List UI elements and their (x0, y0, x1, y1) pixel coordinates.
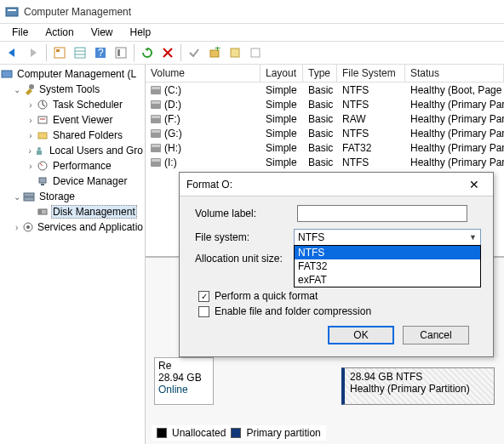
col-volume[interactable]: Volume (146, 65, 261, 82)
volume-status: Healthy (Boot, Page F (405, 84, 504, 96)
volume-label-input[interactable] (297, 205, 467, 222)
menu-help[interactable]: Help (122, 25, 160, 40)
filesystem-dropdown[interactable]: NTFS FAT32 exFAT (294, 245, 481, 287)
navigation-tree[interactable]: Computer Management (L ⌄ System Tools ›T… (0, 65, 146, 444)
filesystem-option-exfat[interactable]: exFAT (295, 273, 480, 287)
back-button[interactable] (3, 43, 22, 62)
svg-point-21 (37, 147, 41, 151)
refresh-button[interactable] (138, 43, 157, 62)
quick-format-label: Perform a quick format (215, 290, 318, 302)
volume-row[interactable]: (F:)SimpleBasicRAWHealthy (Primary Part (146, 111, 504, 126)
svg-rect-1 (8, 9, 16, 11)
svg-rect-3 (56, 49, 60, 52)
compression-checkbox-row[interactable]: Enable file and folder compression (198, 305, 481, 317)
svg-rect-10 (117, 49, 120, 56)
col-status[interactable]: Status (405, 65, 504, 82)
volume-filesystem: NTFS (337, 84, 405, 96)
partition-block[interactable]: 28.94 GB NTFS Healthy (Primary Partition… (341, 367, 495, 405)
volume-icon (151, 129, 161, 138)
volume-layout: Simple (261, 142, 303, 154)
volume-type: Basic (303, 84, 337, 96)
tree-root[interactable]: Computer Management (L (0, 66, 145, 82)
computer-icon (0, 67, 14, 81)
cancel-button[interactable]: Cancel (403, 326, 469, 344)
disk-info-line1: Re (158, 360, 209, 372)
tree-shared-folders[interactable]: ›Shared Folders (0, 128, 145, 143)
volume-filesystem: NTFS (337, 128, 405, 139)
collapse-icon[interactable]: ⌄ (12, 192, 22, 202)
expand-icon[interactable]: › (26, 162, 36, 171)
filesystem-option-ntfs[interactable]: NTFS (295, 246, 480, 259)
tree-performance[interactable]: ›Performance (0, 158, 145, 174)
volume-type: Basic (303, 157, 337, 168)
tree-system-tools[interactable]: ⌄ System Tools (0, 82, 145, 97)
forward-button[interactable] (24, 43, 43, 62)
volume-filesystem: RAW (337, 113, 405, 125)
tree-disk-management[interactable]: ›Disk Management (0, 204, 145, 219)
col-layout[interactable]: Layout (261, 65, 303, 82)
filesystem-option-fat32[interactable]: FAT32 (295, 259, 480, 273)
legend-primary-swatch (231, 428, 241, 438)
volume-name: (I:) (164, 157, 177, 168)
svg-rect-0 (6, 8, 18, 16)
col-type[interactable]: Type (303, 65, 337, 82)
settings-button[interactable] (112, 43, 130, 62)
scope-button[interactable] (50, 43, 69, 62)
svg-rect-9 (116, 48, 126, 58)
column-headers[interactable]: Volume Layout Type File System Status (146, 65, 504, 83)
svg-rect-27 (24, 197, 34, 201)
volume-name: (D:) (164, 99, 181, 111)
view-button[interactable] (71, 43, 89, 62)
help-button[interactable]: ? (91, 43, 110, 62)
expand-icon[interactable]: › (12, 223, 21, 232)
volume-row[interactable]: (H:)SimpleBasicFAT32Healthy (Primary Par… (146, 140, 504, 155)
volume-icon (151, 115, 161, 123)
tree-services[interactable]: › Services and Applicatio (0, 219, 145, 235)
menu-view[interactable]: View (83, 25, 122, 40)
dialog-titlebar[interactable]: Format O: ✕ (180, 173, 493, 196)
app-icon (5, 5, 19, 19)
event-icon (36, 113, 49, 127)
volume-type: Basic (303, 99, 337, 111)
expand-icon[interactable]: › (26, 131, 36, 140)
volume-row[interactable]: (C:)SimpleBasicNTFSHealthy (Boot, Page F (146, 83, 504, 97)
extra-button[interactable] (246, 43, 265, 62)
tree-storage[interactable]: ⌄ Storage (0, 189, 145, 204)
disk-info-block[interactable]: Re 28.94 GB Online (154, 357, 214, 405)
performance-icon (36, 159, 49, 173)
collapse-icon[interactable]: ⌄ (12, 85, 22, 94)
tree-task-scheduler[interactable]: ›Task Scheduler (0, 97, 145, 112)
legend-unallocated-swatch (157, 428, 167, 438)
expand-icon[interactable]: › (26, 116, 36, 125)
volume-row[interactable]: (G:)SimpleBasicNTFSHealthy (Primary Part (146, 126, 504, 140)
close-button[interactable]: ✕ (462, 175, 486, 194)
menu-file[interactable]: File (3, 25, 37, 40)
menu-action[interactable]: Action (37, 25, 82, 40)
volume-row[interactable]: (D:)SimpleBasicNTFSHealthy (Primary Part (146, 97, 504, 111)
dialog-title: Format O: (186, 179, 462, 191)
col-filesystem[interactable]: File System (337, 65, 405, 82)
quick-format-checkbox-row[interactable]: ✓ Perform a quick format (198, 290, 481, 302)
volume-layout: Simple (261, 157, 303, 168)
volume-row[interactable]: (I:)SimpleBasicNTFSHealthy (Primary Part (146, 155, 504, 169)
tree-event-viewer[interactable]: ›Event Viewer (0, 112, 145, 128)
delete-button[interactable] (158, 43, 177, 62)
compression-checkbox[interactable] (198, 306, 209, 317)
tree-local-users[interactable]: ›Local Users and Gro (0, 143, 145, 158)
filesystem-label: File system: (195, 231, 294, 243)
chevron-down-icon: ▼ (469, 233, 477, 242)
quick-format-checkbox[interactable]: ✓ (198, 291, 209, 302)
volume-icon (151, 86, 161, 94)
volume-status: Healthy (Primary Part (405, 157, 504, 168)
new-button[interactable]: + (205, 43, 224, 62)
tree-device-manager[interactable]: ›Device Manager (0, 174, 145, 189)
volume-status: Healthy (Primary Part (405, 142, 504, 154)
expand-icon[interactable]: › (26, 100, 36, 110)
menu-bar: File Action View Help (0, 24, 504, 41)
properties-button[interactable] (226, 43, 244, 62)
expand-icon[interactable]: › (26, 146, 34, 156)
filesystem-combobox[interactable]: NTFS ▼ (294, 229, 481, 246)
ok-button[interactable]: OK (328, 326, 394, 344)
svg-rect-29 (38, 209, 42, 214)
check-button[interactable] (185, 43, 203, 62)
